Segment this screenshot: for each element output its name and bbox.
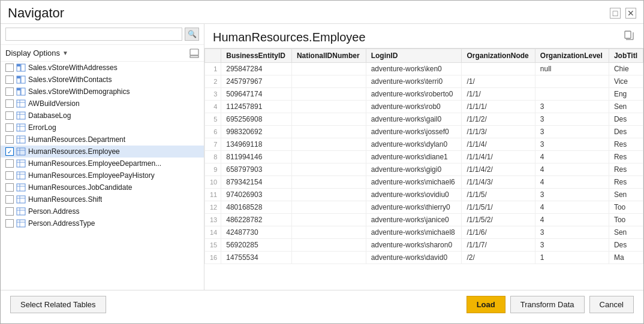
tree-item-checkbox[interactable] [5,207,14,216]
table-icon [16,171,26,180]
row-number: 1 [205,63,221,75]
table-row: 12480168528adventure-works\thierry0/1/1/… [205,201,643,214]
cancel-button[interactable]: Cancel [589,296,634,313]
table-row: 6998320692adventure-works\jossef0/1/1/3/… [205,126,643,138]
display-options-bar: Display Options ▼ [1,45,204,62]
tree-list[interactable]: Sales.vStoreWithAddresses Sales.vStoreWi… [1,62,204,290]
tree-item[interactable]: HumanResources.EmployeePayHistory [1,169,204,181]
table-cell: adventure-works\gail0 [366,113,462,126]
table-icon [16,87,26,96]
table-cell: 4 [535,163,609,176]
table-cell: 486228782 [221,214,292,226]
row-number: 16 [205,252,221,264]
data-table: BusinessEntityIDNationalIDNumberLoginIDO… [204,49,643,264]
tree-item-label: AWBuildVersion [28,99,80,108]
table-cell [291,189,366,201]
right-panel: HumanResources.Employee BusinessEntityID… [204,24,643,290]
table-cell: 3 [535,126,609,138]
tree-item[interactable]: Sales.vStoreWithAddresses [1,62,204,74]
table-cell: adventure-works\diane1 [366,151,462,163]
tree-item-checkbox[interactable] [5,63,14,72]
tree-item[interactable]: HumanResources.Employee [1,146,204,158]
table-cell: 811994146 [221,151,292,163]
tree-item[interactable]: HumanResources.Shift [1,193,204,205]
svg-rect-6 [17,76,20,78]
table-row: 1614755534adventure-works\david0/2/1Ma [205,252,643,264]
tree-item-checkbox[interactable] [5,195,14,204]
table-cell: adventure-works\david0 [366,252,462,264]
table-cell [535,75,609,88]
select-related-tables-button[interactable]: Select Related Tables [10,296,106,313]
svg-rect-1 [190,56,198,57]
tree-item[interactable]: HumanResources.EmployeeDepartmen... [1,158,204,169]
tree-item-checkbox[interactable] [5,111,14,120]
table-cell: adventure-works\michael8 [366,226,462,239]
tree-item-checkbox[interactable] [5,99,14,108]
table-cell: /1/1/4/1/ [462,151,535,163]
table-cell: 998320692 [221,126,292,138]
transform-data-button[interactable]: Transform Data [510,296,585,313]
table-cell: Sen [609,226,643,239]
svg-rect-20 [17,136,25,143]
tree-item[interactable]: DatabaseLog [1,110,204,122]
table-row: 2245797967adventure-works\terri0/1/Vice [205,75,643,88]
tree-item-checkbox[interactable] [5,75,14,84]
table-cell [291,151,366,163]
close-button[interactable]: ✕ [625,8,636,19]
tree-item-checkbox[interactable] [5,219,14,228]
svg-rect-26 [17,160,25,167]
table-cell: adventure-works\ovidiu0 [366,189,462,201]
table-cell [291,252,366,264]
tree-item[interactable]: HumanResources.JobCandidate [1,181,204,193]
data-table-container[interactable]: BusinessEntityIDNationalIDNumberLoginIDO… [204,49,643,290]
tree-item[interactable]: HumanResources.Department [1,134,204,146]
table-row: 1442487730adventure-works\michael8/1/1/6… [205,226,643,239]
svg-rect-10 [21,88,25,95]
tree-item-checkbox[interactable] [5,123,14,132]
table-icon [16,123,26,132]
row-number: 8 [205,151,221,163]
table-cell: 3 [535,189,609,201]
tree-item-checkbox[interactable] [5,135,14,144]
tree-item-label: HumanResources.EmployeePayHistory [28,171,155,180]
svg-rect-0 [190,49,198,55]
table-row: 1295847284adventure-works\ken0nullChie [205,63,643,75]
preview-actions-icon[interactable] [623,30,635,44]
row-number: 13 [205,214,221,226]
table-cell: adventure-works\gigi0 [366,163,462,176]
search-button[interactable]: 🔍 [185,28,199,41]
table-cell: 695256908 [221,113,292,126]
table-cell: 112457891 [221,101,292,113]
tree-item[interactable]: ErrorLog [1,122,204,134]
load-button[interactable]: Load [467,296,505,313]
tree-item-checkbox[interactable] [5,147,14,156]
svg-rect-11 [17,100,25,107]
search-input[interactable] [5,28,182,41]
tree-item-checkbox[interactable] [5,183,14,192]
table-cell: /1/1/4/ [462,138,535,151]
tree-item-checkbox[interactable] [5,159,14,168]
display-options-button[interactable]: Display Options ▼ [5,47,68,59]
tree-item[interactable]: Sales.vStoreWithContacts [1,74,204,86]
table-cell: 3 [535,101,609,113]
row-num-header [205,49,221,63]
row-number: 7 [205,138,221,151]
bottom-bar: Select Related Tables Load Transform Dat… [1,290,643,319]
column-header: LoginID [366,49,462,63]
table-cell [291,163,366,176]
tree-item[interactable]: Person.AddressType [1,217,204,229]
row-number: 10 [205,176,221,189]
tree-item[interactable]: Sales.vStoreWithDemographics [1,86,204,98]
tree-item[interactable]: Person.Address [1,205,204,217]
table-row: 11974026903adventure-works\ovidiu0/1/1/5… [205,189,643,201]
minimize-button[interactable]: □ [610,8,621,19]
row-number: 15 [205,239,221,252]
refresh-icon[interactable] [189,48,199,58]
table-cell: Chie [609,63,643,75]
tree-item-checkbox[interactable] [5,171,14,180]
table-cell: Res [609,151,643,163]
table-cell: /1/1/5/1/ [462,201,535,214]
tree-item-checkbox[interactable] [5,87,14,96]
tree-item[interactable]: AWBuildVersion [1,98,204,110]
tree-item-label: Person.AddressType [28,219,95,228]
